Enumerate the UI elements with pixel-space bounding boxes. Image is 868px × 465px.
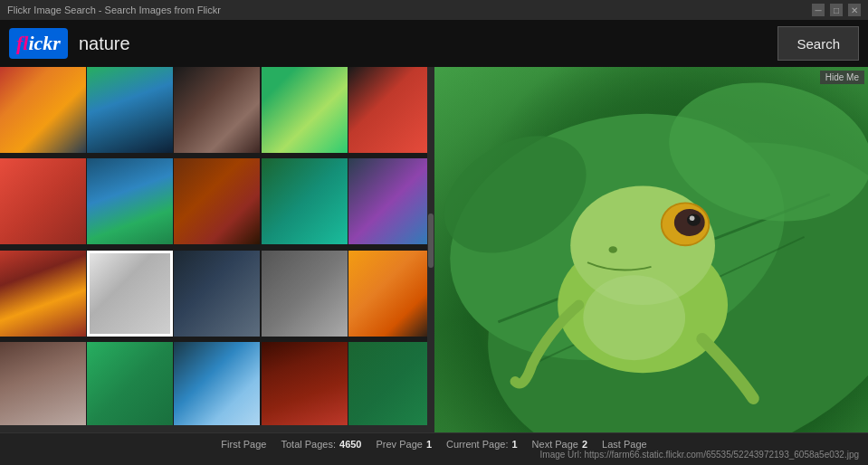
preview-panel: Hide Me — [434, 67, 868, 432]
logo-pink: fl — [16, 32, 28, 54]
first-page-item: First Page — [221, 439, 266, 450]
prev-page-item: Prev Page 1 — [377, 439, 433, 450]
logo-white: ickr — [28, 32, 60, 54]
minimize-button[interactable]: ─ — [812, 4, 825, 16]
thumbnail-6[interactable] — [0, 158, 86, 244]
window-controls: ─ □ ✕ — [812, 4, 861, 16]
hide-me-button[interactable]: Hide Me — [820, 71, 864, 84]
status-bar: First Page Total Pages: 4650 Prev Page 1… — [0, 432, 868, 465]
thumbnail-18[interactable] — [174, 342, 260, 428]
thumbnail-4[interactable] — [262, 67, 348, 153]
horizontal-scrollbar[interactable] — [0, 425, 434, 432]
thumbnail-10[interactable] — [348, 158, 434, 244]
next-page-label[interactable]: Next Page — [532, 439, 578, 450]
close-button[interactable]: ✕ — [848, 4, 861, 16]
title-bar: Flickr Image Search - Search Images from… — [0, 0, 868, 20]
thumbnail-19[interactable] — [262, 342, 348, 428]
thumbnail-16[interactable] — [0, 342, 86, 428]
current-page-item: Current Page: 1 — [446, 439, 518, 450]
prev-page-label[interactable]: Prev Page — [377, 439, 423, 450]
first-page-label[interactable]: First Page — [221, 439, 266, 450]
next-page-value: 2 — [582, 439, 587, 450]
thumbnail-17[interactable] — [87, 342, 173, 428]
thumbnails-grid — [0, 67, 434, 432]
thumbnail-13[interactable] — [174, 251, 260, 337]
thumbnail-2[interactable] — [87, 67, 173, 153]
image-url-label: Image Url: — [540, 450, 582, 460]
svg-point-9 — [690, 215, 695, 221]
scrollbar-thumb[interactable] — [428, 214, 434, 268]
prev-page-value: 1 — [426, 439, 432, 450]
flickr-logo: flickr — [9, 28, 68, 59]
current-page-value: 1 — [511, 439, 517, 450]
thumbnail-15[interactable] — [348, 251, 434, 337]
search-button[interactable]: Search — [777, 26, 859, 61]
thumbnail-12[interactable] — [87, 251, 173, 337]
next-page-item: Next Page 2 — [532, 439, 588, 450]
thumbnail-8[interactable] — [174, 158, 260, 244]
preview-image[interactable]: Hide Me — [434, 67, 868, 432]
svg-point-12 — [609, 246, 617, 253]
current-page-label: Current Page: — [446, 439, 508, 450]
thumbnails-panel — [0, 67, 434, 432]
last-page-label[interactable]: Last Page — [602, 439, 647, 450]
thumbnail-9[interactable] — [262, 158, 348, 244]
maximize-button[interactable]: □ — [830, 4, 843, 16]
frog-svg — [434, 67, 868, 432]
thumbnail-14[interactable] — [262, 251, 348, 337]
logo-box: flickr — [9, 28, 68, 59]
vertical-scrollbar[interactable] — [427, 67, 434, 432]
last-page-item: Last Page — [602, 439, 647, 450]
image-url-value: https://farm66.static.flickr.com/65535/5… — [584, 450, 859, 460]
thumbnail-20[interactable] — [348, 342, 434, 428]
window-title: Flickr Image Search - Search Images from… — [7, 5, 221, 15]
thumbnail-1[interactable] — [0, 67, 86, 153]
search-term-display: nature — [79, 33, 778, 54]
total-pages-label: Total Pages: — [281, 439, 336, 450]
total-pages-item: Total Pages: 4650 — [281, 439, 361, 450]
svg-point-11 — [583, 275, 685, 360]
thumbnail-7[interactable] — [87, 158, 173, 244]
thumbnail-11[interactable] — [0, 251, 86, 337]
total-pages-value: 4650 — [339, 439, 361, 450]
thumbnail-3[interactable] — [174, 67, 260, 153]
header: flickr nature Search — [0, 20, 868, 67]
thumbnail-5[interactable] — [348, 67, 434, 153]
image-url-bar: Image Url: https://farm66.static.flickr.… — [540, 450, 859, 460]
main-content: Hide Me — [0, 67, 868, 432]
status-bar-top: First Page Total Pages: 4650 Prev Page 1… — [9, 439, 859, 450]
